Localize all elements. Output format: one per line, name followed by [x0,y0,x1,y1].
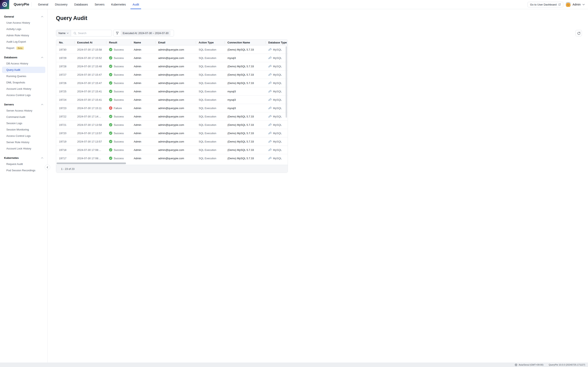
cell-result: Success [106,137,131,146]
table-row[interactable]: 19718 2024-07-30 17:08:... Success Admin… [56,146,288,154]
result-label: Success [114,149,124,151]
sidebar-item-report[interactable]: Report Beta [2,45,45,51]
main-content: Query Audit Name [48,9,294,184]
nav-item-databases[interactable]: Databases [74,0,88,9]
sidebar-item-access-control-logs[interactable]: Access Control Logs [2,133,45,139]
sidebar-item-label: Query Audit [6,68,20,71]
result-label: Success [114,115,124,118]
cell-email: admin@querypie.com [155,121,196,129]
vertical-scrollbar[interactable] [286,46,287,118]
sidebar-item-account-lock-history[interactable]: Account Lock History [2,145,45,152]
cell-name: Admin [131,129,155,137]
result-label: Success [114,157,124,160]
executed-at-filter-chip: Executed At: 2024-07-30 ~ 2024-07-30 [121,31,171,36]
sidebar-item-command-audit[interactable]: Command Audit [2,114,45,120]
sidebar-item-label: Admin Role History [6,34,29,37]
executed-at-filter[interactable]: Executed At: 2024-07-30 ~ 2024-07-30 [113,30,174,36]
search-field-select[interactable]: Name [56,30,71,36]
cell-connection-name: (Demo) MySQL 5.7.33 [225,45,265,54]
horizontal-scrollbar-track [56,162,288,165]
sidebar-item-audit-log-export[interactable]: Audit Log Export [2,39,45,45]
cell-database-type: MySQL [265,104,288,112]
cell-result: Success [106,154,131,162]
sidebar-item-access-control-logs[interactable]: Access Control Logs [2,92,45,98]
sidebar-item-server-access-history[interactable]: Server Access History [2,108,45,114]
sidebar-item-server-role-history[interactable]: Server Role History [2,139,45,145]
querypie-logo[interactable] [0,0,9,9]
mysql-dolphin-icon [268,56,272,59]
sidebar-item-db-access-history[interactable]: DB Access History [2,60,45,67]
sidebar-item-label: Account Lock History [6,87,31,90]
sidebar-item-running-queries[interactable]: Running Queries [2,73,45,79]
table-row[interactable]: 19723 2024-07-30 17:15:11 Failure Admin … [56,104,288,112]
cell-name: Admin [131,54,155,62]
success-icon [109,148,112,151]
table-row[interactable]: 19721 2024-07-30 17:13:58 Success Admin … [56,121,288,129]
sidebar-item-dml-snapshots[interactable]: DML Snapshots [2,79,45,86]
cell-name: Admin [131,154,155,162]
nav-item-discovery[interactable]: Discovery [55,0,67,9]
sidebar-section-servers: Servers Server Access History Command Au… [0,101,47,152]
table-row[interactable]: 19720 2024-07-30 17:13:57 Success Admin … [56,129,288,137]
cell-no: 19719 [56,137,74,146]
sidebar-section-title: Servers [4,103,14,106]
success-icon [109,140,112,143]
table-row[interactable]: 19719 2024-07-30 17:13:57 Success Admin … [56,137,288,146]
result-label: Success [114,140,124,143]
search-input[interactable] [78,32,109,35]
cell-executed-at: 2024-07-30 17:13:57 [74,137,106,146]
sidebar-section-kubernetes: Kubernetes Request Audit Pod Session Rec… [0,155,47,174]
cell-name: Admin [131,137,155,146]
db-type-label: MySQL [273,132,282,135]
cell-email: admin@querypie.com [155,79,196,87]
cell-action-type: SQL Execution [196,154,225,162]
cell-executed-at: 2024-07-30 17:15:11 [74,104,106,112]
nav-item-audit[interactable]: Audit [132,0,139,9]
nav-item-servers[interactable]: Servers [95,0,104,9]
table-row[interactable]: 19717 2024-07-30 17:08:... Success Admin… [56,154,288,162]
table-row[interactable]: 19725 2024-07-30 17:15:41 Success Admin … [56,87,288,96]
nav-item-general[interactable]: General [38,0,48,9]
sidebar-collapse-button[interactable] [45,165,50,170]
table-row[interactable]: 19726 2024-07-30 17:15:47 Success Admin … [56,79,288,87]
sidebar-item-label: Session Logs [6,122,22,125]
table-row[interactable]: 19722 2024-07-30 17:14:... Success Admin… [56,112,288,121]
nav-divider [31,2,32,7]
cell-action-type: SQL Execution [196,62,225,70]
sidebar-item-admin-role-history[interactable]: Admin Role History [2,32,45,39]
cell-connection-name: (Demo) MySQL 5.7.33 [225,62,265,70]
table-row[interactable]: 19729 2024-07-30 17:15:52 Success Admin … [56,54,288,62]
horizontal-scrollbar[interactable] [57,162,126,164]
sidebar-item-request-audit[interactable]: Request Audit [2,161,45,167]
cell-name: Admin [131,79,155,87]
cell-email: admin@querypie.com [155,112,196,120]
sidebar-item-session-monitoring[interactable]: Session Monitoring [2,126,45,133]
sidebar-item-query-audit[interactable]: Query Audit [2,67,45,73]
mysql-dolphin-icon [268,123,272,126]
cell-executed-at: 2024-07-30 17:15:52 [74,54,106,62]
table-row[interactable]: 19727 2024-07-30 17:15:47 Success Admin … [56,71,288,79]
sidebar-section-header[interactable]: Servers [0,101,47,108]
cell-connection-name: (Demo) MySQL 5.7.33 [225,121,265,129]
table-row[interactable]: 19728 2024-07-30 17:15:48 Success Admin … [56,62,288,71]
sidebar-section-header[interactable]: Kubernetes [0,155,47,161]
cell-result: Success [106,87,131,95]
pagination-bar: 1 - 23 of 23 [56,165,288,173]
sidebar-section-header[interactable]: Databases [0,54,47,60]
nav-item-kubernetes[interactable]: Kubernetes [111,0,126,9]
sidebar-item-pod-session-recordings[interactable]: Pod Session Recordings [2,167,45,174]
sidebar-item-account-lock-history[interactable]: Account Lock History [2,86,45,92]
success-icon [109,98,112,101]
db-type-label: MySQL [273,98,282,101]
cell-connection-name: mysql3 [225,96,265,104]
table-row[interactable]: 19724 2024-07-30 17:15:41 Success Admin … [56,96,288,104]
cell-database-type: MySQL [265,154,288,162]
sidebar-item-session-logs[interactable]: Session Logs [2,120,45,126]
sidebar-section-header[interactable]: General [0,13,47,20]
sidebar-item-label: Server Role History [6,141,29,144]
table-row[interactable]: 19730 2024-07-30 17:15:58 Success Admin … [56,45,288,54]
sidebar-item-user-access-history[interactable]: User Access History [2,20,45,26]
sidebar-item-activity-logs[interactable]: Activity Logs [2,26,45,32]
cell-executed-at: 2024-07-30 17:15:47 [74,71,106,79]
cell-result: Success [106,79,131,87]
